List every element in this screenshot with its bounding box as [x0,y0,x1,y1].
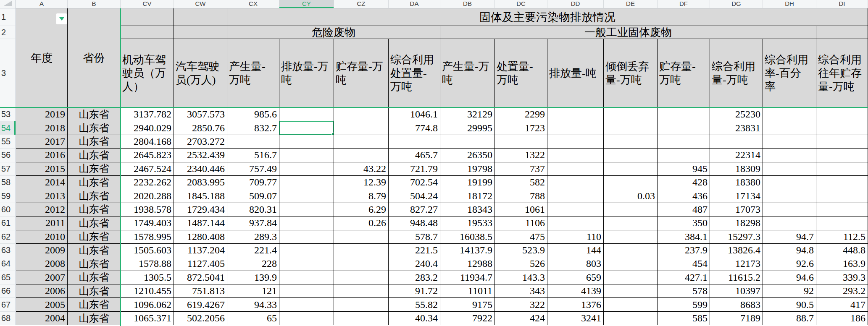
cell-CX61[interactable]: 937.84 [227,216,279,230]
cell-B55[interactable]: 山东省 [68,135,121,149]
cell-DF61[interactable]: 350 [658,216,710,230]
cell-row2-group-1[interactable]: 危险废物 [227,26,440,39]
column-header-DC[interactable]: DC [495,0,547,8]
cell-A60[interactable]: 2012 [16,203,68,216]
header-cell-DC[interactable]: 处置量-万吨 [495,39,547,108]
cell-CX68[interactable]: 65 [227,312,279,325]
cell-DB54[interactable]: 29995 [440,121,495,135]
cell-DD60[interactable] [547,203,604,216]
cell-B61[interactable]: 山东省 [68,216,121,230]
cell-CZ56[interactable] [334,149,389,162]
cell-DE64[interactable] [604,257,658,271]
header-cell-CX[interactable]: 产生量-万吨 [227,39,279,108]
cell-CV57[interactable]: 2467.524 [121,162,174,176]
cell-CW61[interactable]: 1487.144 [174,216,227,230]
cell-DG58[interactable]: 18380 [710,176,763,189]
cell-CX56[interactable]: 516.7 [227,149,279,162]
cell-DG65[interactable]: 11615.2 [710,271,763,284]
cell-DF63[interactable]: 237.9 [658,244,710,257]
cell-DG62[interactable]: 15297.3 [710,230,763,244]
cell-CX58[interactable]: 709.77 [227,176,279,189]
cell-CV64[interactable]: 1578.88 [121,257,174,271]
cell-CV2[interactable] [121,26,174,39]
cell-DI55[interactable] [816,135,868,149]
row-header-68[interactable]: 68 [0,312,16,325]
cell-DE58[interactable] [604,176,658,189]
cell-DB60[interactable]: 18343 [440,203,495,216]
cell-CV63[interactable]: 1505.603 [121,244,174,257]
column-header-CY[interactable]: CY [279,0,334,8]
cell-DI53[interactable] [816,108,868,121]
cell-CZ67[interactable] [334,298,389,311]
header-cell-DG[interactable]: 综合利用量-万吨 [710,39,763,108]
cell-CZ63[interactable] [334,244,389,257]
cell-DI67[interactable]: 417 [816,298,868,311]
cell-CV1[interactable] [121,8,174,26]
cell-row2-group-2[interactable]: 一般工业固体废物 [440,26,816,39]
cell-DA64[interactable]: 240.4 [389,257,440,271]
cell-CY55[interactable] [279,135,334,149]
cell-DH68[interactable]: 88.7 [763,312,816,325]
cell-CY63[interactable] [279,244,334,257]
cell-DD65[interactable]: 659 [547,271,604,284]
cell-DE66[interactable] [604,284,658,298]
cell-CV59[interactable]: 2020.288 [121,189,174,203]
cell-DD68[interactable]: 3241 [547,312,604,325]
cell-DC59[interactable]: 788 [495,189,547,203]
cell-DG54[interactable]: 23831 [710,121,763,135]
cell-DE62[interactable] [604,230,658,244]
cell-CW1[interactable] [174,8,227,26]
cell-DA63[interactable]: 221.5 [389,244,440,257]
cell-DA65[interactable]: 283.2 [389,271,440,284]
cell-DG55[interactable] [710,135,763,149]
cell-DC54[interactable]: 1723 [495,121,547,135]
cell-DI56[interactable] [816,149,868,162]
cell-CV61[interactable]: 1749.403 [121,216,174,230]
cell-DA68[interactable]: 40.34 [389,312,440,325]
filter-dropdown-button[interactable] [56,13,67,24]
column-header-DD[interactable]: DD [547,0,604,8]
row-header-1[interactable]: 1 [0,8,16,26]
cell-B60[interactable]: 山东省 [68,203,121,216]
row-header-65[interactable]: 65 [0,271,16,284]
column-header-CW[interactable]: CW [174,0,227,8]
cell-DB58[interactable]: 19199 [440,176,495,189]
cell-DB62[interactable]: 16038.5 [440,230,495,244]
column-header-DA[interactable]: DA [389,0,440,8]
cell-A56[interactable]: 2016 [16,149,68,162]
column-header-DF[interactable]: DF [658,0,710,8]
cell-DH53[interactable] [763,108,816,121]
row-header-53[interactable]: 53 [0,108,16,121]
cell-DF67[interactable]: 599 [658,298,710,311]
cell-DD58[interactable] [547,176,604,189]
cell-DG59[interactable]: 17134 [710,189,763,203]
column-header-CZ[interactable]: CZ [334,0,389,8]
row-header-55[interactable]: 55 [0,135,16,149]
cell-DF55[interactable] [658,135,710,149]
cell-CY68[interactable] [279,312,334,325]
cell-CW57[interactable]: 2340.446 [174,162,227,176]
cell-DC64[interactable]: 526 [495,257,547,271]
cell-DC55[interactable] [495,135,547,149]
cell-CW54[interactable]: 2850.76 [174,121,227,135]
cell-DC61[interactable]: 1106 [495,216,547,230]
cell-DC68[interactable]: 424 [495,312,547,325]
cell-CZ65[interactable] [334,271,389,284]
cell-CY56[interactable] [279,149,334,162]
cell-B58[interactable]: 山东省 [68,176,121,189]
cell-DI68[interactable]: 186 [816,312,868,325]
cell-B56[interactable]: 山东省 [68,149,121,162]
cell-CW65[interactable]: 872.5041 [174,271,227,284]
cell-CW67[interactable]: 619.4267 [174,298,227,311]
cell-DI66[interactable]: 293.2 [816,284,868,298]
row-header-2[interactable]: 2 [0,26,16,39]
cell-DG64[interactable]: 12173 [710,257,763,271]
header-cell-CY[interactable]: 排放量-万吨 [279,39,334,108]
column-header-CX[interactable]: CX [227,0,279,8]
cell-CY54[interactable] [279,121,334,135]
cell-DD54[interactable] [547,121,604,135]
cell-CW63[interactable]: 1137.204 [174,244,227,257]
cell-DF53[interactable] [658,108,710,121]
cell-DG68[interactable]: 7189 [710,312,763,325]
cell-DE54[interactable] [604,121,658,135]
